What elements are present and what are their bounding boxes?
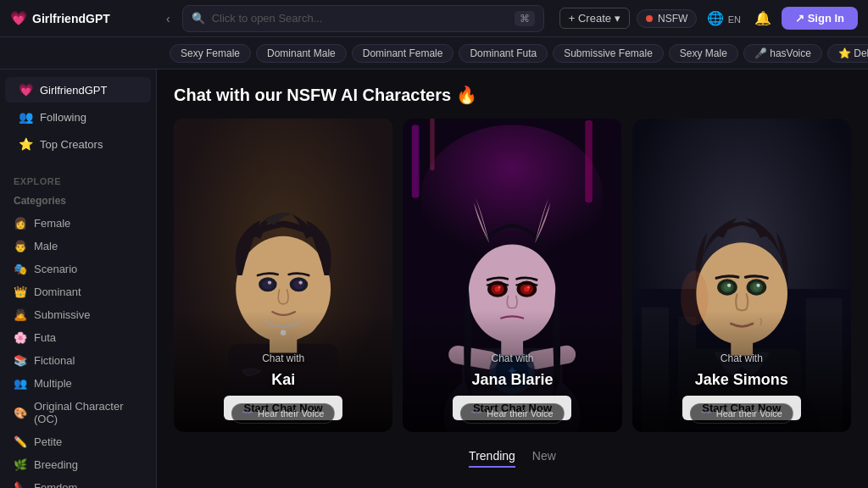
svg-point-36 xyxy=(527,286,530,288)
wave-icon: 〰 xyxy=(242,408,253,419)
hear-voice-label: Hear their Voice xyxy=(716,408,782,419)
hear-voice-label: Hear their Voice xyxy=(487,408,553,419)
character-card-jake[interactable]: Chat with Jake Simons Start Chat Now 〰 H… xyxy=(632,119,851,432)
tab-trending[interactable]: Trending xyxy=(469,449,515,468)
svg-point-10 xyxy=(298,280,302,284)
tag-dominant-male[interactable]: Dominant Male xyxy=(256,44,347,63)
translate-button[interactable]: 🌐 EN xyxy=(704,7,744,30)
sidebar-cat-oc[interactable]: 🎨 Original Character (OC) xyxy=(0,396,156,430)
explore-label: Explore xyxy=(0,168,156,190)
tag-label: Dominant Female xyxy=(363,47,443,59)
trending-tabs: Trending New xyxy=(174,449,851,468)
sidebar-item-girlfriendgpt[interactable]: 💗 GirlfriendGPT xyxy=(5,77,151,103)
sidebar-cat-male[interactable]: 👨 Male xyxy=(0,236,156,257)
sidebar-item-following[interactable]: 👥 Following xyxy=(5,104,151,130)
search-icon: 🔍 xyxy=(192,12,205,25)
svg-rect-18 xyxy=(431,119,435,170)
cat-label: Original Character (OC) xyxy=(34,400,142,425)
app-name: GirlfriendGPT xyxy=(32,12,110,25)
cat-label: Submissive xyxy=(34,308,90,321)
tags-row: Sexy Female Dominant Male Dominant Femal… xyxy=(0,37,868,69)
jana-name: Jana Blarie xyxy=(471,371,553,389)
cards-grid: Chat with Kai Start Chat Now 〰 Hear thei… xyxy=(174,119,851,432)
lang-label: EN xyxy=(728,14,741,25)
tag-sexy-female[interactable]: Sexy Female xyxy=(170,44,251,63)
femdom-icon: 👠 xyxy=(14,481,27,488)
signin-button[interactable]: ↗ Sign In xyxy=(782,7,858,30)
sidebar-cat-dominant[interactable]: 👑 Dominant xyxy=(0,281,156,302)
sidebar-item-top-creators[interactable]: ⭐ Top Creators xyxy=(5,131,151,157)
character-card-kai[interactable]: Chat with Kai Start Chat Now 〰 Hear thei… xyxy=(174,119,392,432)
fictional-icon: 📚 xyxy=(14,354,27,367)
sidebar-cat-submissive[interactable]: 🙇 Submissive xyxy=(0,304,156,325)
svg-point-52 xyxy=(727,284,731,287)
search-shortcut-button[interactable]: ⌘ xyxy=(515,11,535,26)
svg-point-9 xyxy=(268,280,271,284)
sidebar-item-label: Top Creators xyxy=(40,138,103,151)
tag-label: Sexy Female xyxy=(181,47,240,59)
svg-point-35 xyxy=(498,286,501,288)
sidebar-cat-multiple[interactable]: 👥 Multiple xyxy=(0,373,156,394)
cat-label: Breeding xyxy=(34,458,78,471)
tag-dominant-female[interactable]: Dominant Female xyxy=(352,44,454,63)
sidebar-cat-scenario[interactable]: 🎭 Scenario xyxy=(0,258,156,280)
cat-label: Futa xyxy=(34,331,56,344)
jake-hear-voice-button[interactable]: 〰 Hear their Voice xyxy=(690,403,793,424)
cat-label: Petite xyxy=(34,435,62,448)
kai-hear-voice-button[interactable]: 〰 Hear their Voice xyxy=(231,403,335,424)
sidebar-cat-femdom[interactable]: 👠 Femdom xyxy=(0,477,156,488)
header: 💗 GirlfriendGPT ‹ 🔍 Click to open Search… xyxy=(0,0,868,37)
sidebar-cat-breeding[interactable]: 🌿 Breeding xyxy=(0,454,156,475)
tag-dominant-futa[interactable]: Dominant Futa xyxy=(459,44,548,63)
submissive-icon: 🙇 xyxy=(14,308,27,321)
page-title: Chat with our NSFW AI Characters 🔥 xyxy=(174,85,851,105)
sidebar-cat-fictional[interactable]: 📚 Fictional xyxy=(0,350,156,371)
sidebar-cat-petite[interactable]: ✏️ Petite xyxy=(0,431,156,452)
sidebar-cat-futa[interactable]: 🌸 Futa xyxy=(0,327,156,348)
following-icon: 👥 xyxy=(19,110,33,124)
svg-point-8 xyxy=(293,280,304,289)
tag-deluxe[interactable]: ⭐ Deluxe xyxy=(827,44,868,63)
petite-icon: ✏️ xyxy=(14,435,27,448)
nsfw-toggle[interactable]: NSFW xyxy=(637,9,697,28)
sidebar-collapse-button[interactable]: ‹ xyxy=(163,10,174,27)
header-right: + Create ▾ NSFW 🌐 EN 🔔 ↗ Sign In xyxy=(559,7,858,30)
logo-icon: 💗 xyxy=(10,10,27,26)
female-icon: 👩 xyxy=(14,217,27,230)
tag-label: Sexy Male xyxy=(680,47,727,59)
tag-sexy-male[interactable]: Sexy Male xyxy=(669,44,738,63)
sidebar-item-label: Following xyxy=(40,111,86,124)
create-button[interactable]: + Create ▾ xyxy=(559,8,630,29)
wave-icon-jake: 〰 xyxy=(701,408,711,419)
heart-icon: 💗 xyxy=(19,83,33,97)
cat-label: Female xyxy=(34,217,70,230)
svg-point-7 xyxy=(262,280,273,289)
bell-icon: 🔔 xyxy=(754,11,771,25)
jake-chat-with: Chat with xyxy=(721,352,763,364)
create-chevron-icon: ▾ xyxy=(615,12,620,25)
tag-submissive-female[interactable]: Submissive Female xyxy=(553,44,664,63)
search-bar[interactable]: 🔍 Click to open Search... ⌘ xyxy=(182,5,544,32)
categories-text: Categories xyxy=(14,195,66,207)
tab-new[interactable]: New xyxy=(532,449,556,468)
sidebar-item-label: GirlfriendGPT xyxy=(40,84,107,97)
sidebar-cat-female[interactable]: 👩 Female xyxy=(0,213,156,234)
character-card-jana[interactable]: ✦ xyxy=(403,119,621,432)
hear-voice-label: Hear their Voice xyxy=(258,408,324,419)
cat-label: Multiple xyxy=(34,377,72,390)
svg-rect-17 xyxy=(412,125,420,197)
notifications-button[interactable]: 🔔 xyxy=(751,7,775,30)
jana-hear-voice-button[interactable]: 〰 Hear their Voice xyxy=(460,403,564,424)
sidebar: 💗 GirlfriendGPT 👥 Following ⭐ Top Creato… xyxy=(0,69,157,488)
cat-label: Male xyxy=(34,240,58,252)
kai-name: Kai xyxy=(271,371,295,389)
multiple-icon: 👥 xyxy=(14,377,27,390)
tag-hasvoice[interactable]: 🎤 hasVoice xyxy=(743,44,822,63)
cat-label: Fictional xyxy=(34,354,75,367)
tag-label: Dominant Futa xyxy=(470,47,537,59)
tag-label: Dominant Male xyxy=(267,47,336,59)
tag-label: Submissive Female xyxy=(564,47,653,59)
categories-label: Categories xyxy=(0,191,156,211)
nsfw-indicator xyxy=(646,15,653,22)
oc-icon: 🎨 xyxy=(14,407,27,419)
